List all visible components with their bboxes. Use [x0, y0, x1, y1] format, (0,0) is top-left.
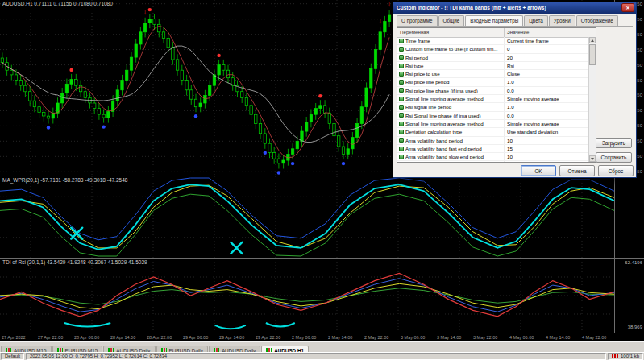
param-value[interactable]: Rsi: [505, 62, 588, 69]
ma-wpr-panel[interactable]: MA_WPR(20,1) -57.7181 -58.2783 -49.3018 …: [0, 176, 614, 258]
save-button[interactable]: Сохранить: [596, 152, 632, 163]
param-name: Deviation calculation type: [405, 128, 462, 135]
param-value[interactable]: 10: [505, 153, 588, 160]
param-row[interactable]: Custom time frame to use (if custom tim.…: [397, 45, 588, 53]
param-value[interactable]: 10: [505, 137, 588, 144]
param-value[interactable]: 0.0: [505, 112, 588, 119]
param-name: Rsi price to use: [405, 70, 440, 77]
param-name: Signal line moving average method: [405, 120, 484, 127]
param-row[interactable]: Ama volatility band fast end period15: [397, 145, 588, 153]
param-type-icon: [399, 39, 404, 43]
param-value[interactable]: Simple moving average: [505, 95, 588, 102]
param-name: Custom time frame to use (if custom tim.…: [405, 45, 498, 52]
svg-text:↓: ↓: [378, 17, 382, 25]
time-axis-label: 29 Apr 22:00: [256, 335, 280, 340]
time-axis-label: 29 Apr 06:00: [183, 335, 208, 340]
dialog-tab[interactable]: Отображение: [576, 15, 618, 26]
mt4-terminal: ↓↓↓ AUDUSD,H1 0.71111 0.71156 0.71080 0.…: [0, 0, 644, 360]
tdi-scale-max: 62.4196: [625, 260, 642, 265]
tdi-chart: [0, 259, 614, 333]
time-axis-label: 4 May 22:00: [582, 335, 606, 340]
param-type-icon: [399, 47, 404, 52]
reset-button[interactable]: Сброс: [598, 165, 634, 176]
param-value[interactable]: 1.0: [505, 103, 588, 110]
time-axis-label: 28 Apr 22:00: [147, 335, 172, 340]
tdi-panel[interactable]: TDI of Rsi (20,1,1) 43.5429 41.9248 40.3…: [0, 259, 614, 333]
tdi-scale-min: 38.969: [628, 325, 642, 329]
param-row[interactable]: Ama volatility band period10: [397, 137, 588, 145]
param-row[interactable]: Rsi period20: [397, 54, 588, 62]
param-row[interactable]: Rsi price to useClose: [397, 70, 588, 78]
time-axis-label: 27 Apr 22:00: [38, 335, 63, 340]
param-type-icon: [399, 64, 404, 68]
param-row[interactable]: Signal line moving average methodSimple …: [397, 95, 588, 103]
ok-button[interactable]: OK: [521, 165, 556, 176]
param-value[interactable]: 20: [505, 54, 588, 61]
param-value[interactable]: 0.0: [505, 87, 588, 94]
param-type-icon: [399, 155, 404, 159]
scroll-up-icon[interactable]: [589, 37, 596, 43]
param-type-icon: [399, 113, 404, 118]
param-name: Rsi period: [405, 54, 428, 61]
dialog-tab[interactable]: Общие: [438, 15, 465, 26]
connection-status: 100/1 kb: [608, 353, 643, 360]
param-value[interactable]: Use standard deviation: [505, 128, 588, 135]
cancel-button[interactable]: Отмена: [559, 165, 595, 176]
param-name: Ama volatility band smooth-power: [405, 161, 480, 163]
time-axis-label: 28 Apr 14:00: [110, 335, 135, 340]
param-row[interactable]: Deviation calculation typeUse standard d…: [397, 128, 588, 136]
param-row[interactable]: Ama volatility band smooth-power2: [397, 161, 588, 163]
param-type-icon: [399, 147, 404, 151]
ma-wpr-label: MA_WPR(20,1) -57.7181 -58.2783 -49.3018 …: [2, 177, 127, 183]
scroll-down-icon[interactable]: [589, 155, 596, 162]
dialog-tab[interactable]: О программе: [397, 15, 438, 26]
column-variable[interactable]: Переменная: [397, 28, 505, 37]
param-value[interactable]: Current time frame: [505, 37, 588, 44]
chart-tab-bar: AUDUSD,M15EURUSD,M15AUDUSD,DailyEURUSD,D…: [0, 341, 644, 352]
load-button[interactable]: Загрузить: [596, 138, 632, 148]
param-value[interactable]: Simple moving average: [505, 120, 588, 127]
param-type-icon: [399, 122, 404, 126]
dialog-titlebar[interactable]: Custom Indicator - !! TDI karna bands (m…: [393, 2, 636, 14]
svg-text:↓: ↓: [143, 8, 147, 16]
scroll-thumb[interactable]: [589, 44, 596, 65]
param-type-icon: [399, 55, 404, 60]
param-type-icon: [399, 80, 404, 85]
param-row[interactable]: Signal line moving average methodSimple …: [397, 120, 588, 128]
param-value[interactable]: 0: [505, 45, 588, 52]
param-name: Ama volatility band slow end period: [405, 153, 484, 160]
param-row[interactable]: Rsi Signal line phase (if jma used)0.0: [397, 112, 588, 120]
dialog-tabs: О программеОбщиеВходные параметрыЦветаУр…: [397, 15, 633, 27]
panel-separator[interactable]: [0, 258, 644, 259]
dialog-tab[interactable]: Входные параметры: [465, 15, 523, 26]
table-scrollbar[interactable]: [588, 37, 596, 162]
time-axis-label: 3 May 14:00: [437, 335, 461, 340]
param-value[interactable]: 1.0: [505, 78, 588, 85]
close-icon[interactable]: ✕: [621, 3, 634, 12]
param-row[interactable]: Time frameCurrent time frame: [397, 37, 588, 45]
dialog-tab[interactable]: Цвета: [524, 15, 548, 26]
param-value[interactable]: 15: [505, 145, 588, 152]
param-row[interactable]: Rsi price line period1.0: [397, 78, 588, 86]
column-value[interactable]: Значение: [505, 28, 596, 37]
param-type-icon: [399, 88, 404, 93]
time-axis-label: 2 May 06:00: [292, 335, 316, 340]
dialog-tab[interactable]: Уровни: [549, 15, 575, 26]
time-axis-label: 4 May 06:00: [509, 335, 534, 340]
param-row[interactable]: Rsi typeRsi: [397, 62, 588, 70]
param-row[interactable]: Ama volatility band slow end period10: [397, 153, 588, 161]
param-row[interactable]: Rsi signal line period1.0: [397, 103, 588, 111]
param-type-icon: [399, 72, 404, 77]
param-name: Rsi price line phase (if jma used): [405, 87, 478, 94]
time-axis-label: 3 May 22:00: [473, 335, 497, 340]
profile-label[interactable]: Default: [1, 353, 24, 360]
param-name: Signal line moving average method: [405, 95, 484, 102]
connection-text: 100/1 kb: [621, 354, 639, 358]
param-value[interactable]: Close: [505, 70, 588, 77]
param-name: Rsi Signal line phase (if jma used): [405, 112, 481, 119]
param-type-icon: [399, 130, 404, 134]
param-row[interactable]: Rsi price line phase (if jma used)0.0: [397, 87, 588, 95]
time-axis[interactable]: 27 Apr 202227 Apr 22:0028 Apr 06:0028 Ap…: [0, 333, 644, 341]
svg-text:↓: ↓: [388, 0, 392, 8]
param-value[interactable]: 2: [505, 161, 588, 163]
